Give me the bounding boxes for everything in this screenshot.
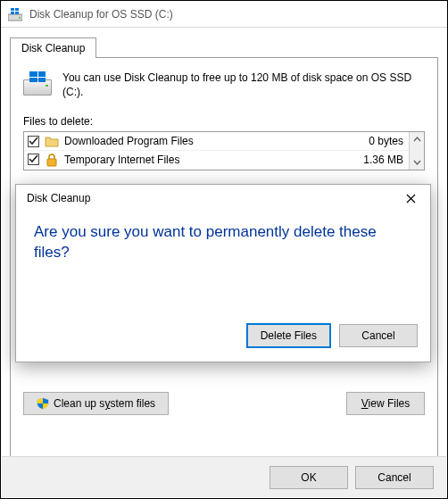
cancel-button[interactable]: Cancel (355, 466, 434, 489)
view-files-button[interactable]: View Files (346, 392, 425, 415)
button-label: Cancel (361, 329, 394, 342)
scrollbar[interactable] (409, 132, 424, 170)
button-label: Clean up system files (54, 397, 155, 410)
files-list: Downloaded Program Files 0 bytes Tempora… (23, 131, 425, 170)
modal-footer: Delete Files Cancel (16, 319, 430, 362)
lock-icon (45, 153, 59, 167)
file-row-label: Downloaded Program Files (64, 135, 344, 147)
confirm-dialog: Disk Cleanup Are you sure you want to pe… (15, 184, 431, 362)
cleanup-system-files-button[interactable]: Clean up system files (23, 392, 169, 415)
info-row: You can use Disk Cleanup to free up to 1… (23, 67, 425, 112)
folder-icon (45, 134, 59, 148)
file-row-label: Temporary Internet Files (64, 154, 344, 166)
dialog-footer: OK Cancel (2, 456, 446, 497)
delete-files-button[interactable]: Delete Files (247, 324, 330, 347)
svg-rect-3 (15, 8, 19, 11)
close-icon (406, 194, 416, 204)
files-to-delete-label: Files to delete: (23, 115, 425, 128)
window-titlebar: Disk Cleanup for OS SSD (C:) (1, 1, 447, 28)
svg-rect-2 (11, 8, 14, 11)
tab-label: Disk Cleanup (21, 42, 85, 54)
button-label: OK (301, 471, 316, 484)
svg-rect-5 (15, 12, 19, 14)
svg-rect-4 (11, 12, 14, 14)
file-row-size: 1.36 MB (350, 154, 403, 166)
modal-title: Disk Cleanup (27, 192, 90, 204)
tab-strip: Disk Cleanup (10, 37, 438, 58)
drive-cleanup-icon (8, 7, 22, 21)
scroll-down-button[interactable] (410, 154, 424, 170)
scroll-track[interactable] (410, 147, 424, 154)
window-title: Disk Cleanup for OS SSD (C:) (29, 8, 173, 21)
ok-button[interactable]: OK (270, 466, 348, 489)
checkbox[interactable] (28, 154, 39, 165)
button-label: Delete Files (261, 329, 317, 342)
file-row[interactable]: Temporary Internet Files 1.36 MB (24, 150, 409, 168)
shield-icon (37, 397, 49, 410)
file-row[interactable]: Downloaded Program Files 0 bytes (24, 132, 409, 150)
button-label: Cancel (377, 471, 411, 484)
modal-titlebar: Disk Cleanup (16, 185, 430, 212)
button-label: View Files (361, 397, 410, 410)
checkbox[interactable] (28, 136, 39, 147)
scroll-up-button[interactable] (410, 132, 424, 147)
modal-message: Are you sure you want to permanently del… (16, 212, 430, 319)
svg-rect-1 (19, 17, 21, 19)
close-button[interactable] (398, 188, 423, 208)
info-text: You can use Disk Cleanup to free up to 1… (62, 71, 425, 99)
tab-disk-cleanup[interactable]: Disk Cleanup (10, 37, 96, 58)
modal-cancel-button[interactable]: Cancel (339, 324, 418, 347)
file-row-size: 0 bytes (350, 135, 403, 147)
svg-rect-6 (47, 159, 56, 166)
drive-icon (23, 71, 52, 99)
